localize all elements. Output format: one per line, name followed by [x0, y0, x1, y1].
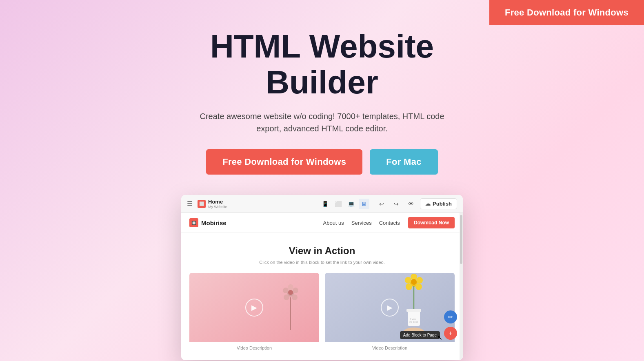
- site-navbar: 🔲 Mobirise About us Services Contacts Do…: [181, 213, 463, 233]
- device-icons: 📱 ⬜ 💻 🖥: [320, 199, 369, 209]
- hero-buttons: Free Download for Windows For Mac: [206, 149, 438, 175]
- svg-point-6: [284, 295, 289, 300]
- svg-point-11: [415, 283, 422, 290]
- page-name-label: Home: [208, 199, 227, 205]
- hero-subtitle: Create awesome website w/o coding! 7000+…: [187, 110, 457, 135]
- svg-point-5: [283, 288, 289, 293]
- publish-button[interactable]: ☁ Publish: [420, 198, 457, 209]
- site-name-label: My Website: [208, 205, 227, 209]
- toolbar-actions: ↩ ↪ 👁 ☁ Publish: [376, 198, 457, 210]
- flower-decoration-1: [274, 277, 307, 330]
- svg-point-13: [406, 283, 412, 290]
- nav-download-button[interactable]: Download Now: [408, 217, 455, 228]
- nav-about[interactable]: About us: [323, 220, 344, 226]
- mac-download-button[interactable]: For Mac: [370, 149, 437, 175]
- svg-rect-17: [406, 309, 421, 312]
- video-desc-1: Video Description: [189, 345, 319, 352]
- page-icon: ⬜: [198, 200, 206, 208]
- nav-links: About us Services Contacts: [323, 220, 400, 226]
- scrollbar-thumb[interactable]: [460, 215, 462, 264]
- svg-point-4: [292, 295, 298, 300]
- top-download-button[interactable]: Free Download for Windows: [489, 0, 644, 25]
- undo-icon[interactable]: ↩: [376, 198, 387, 210]
- windows-download-button[interactable]: Free Download for Windows: [206, 149, 362, 175]
- svg-point-12: [405, 277, 411, 283]
- add-fab-button[interactable]: +: [444, 327, 457, 340]
- play-button-2[interactable]: ▶: [381, 299, 399, 317]
- nav-services[interactable]: Services: [351, 220, 372, 226]
- svg-text:If you: If you: [410, 318, 416, 320]
- play-button-1[interactable]: ▶: [245, 299, 263, 317]
- redo-icon[interactable]: ↪: [391, 198, 402, 210]
- svg-point-3: [293, 288, 298, 293]
- app-toolbar: ☰ ⬜ Home My Website 📱 ⬜ 💻 🖥 ↩ ↪ 👁 ☁: [181, 195, 463, 213]
- svg-point-10: [416, 277, 423, 283]
- svg-text:the best: the best: [409, 321, 418, 323]
- laptop-view-icon[interactable]: 💻: [346, 199, 356, 209]
- video-thumb-1[interactable]: ▶: [189, 273, 319, 342]
- site-logo-icon: 🔲: [189, 218, 198, 227]
- hero-section: HTML Website Builder Create awesome webs…: [0, 0, 644, 361]
- site-logo-name: Mobirise: [201, 219, 227, 226]
- app-mockup: ☰ ⬜ Home My Website 📱 ⬜ 💻 🖥 ↩ ↪ 👁 ☁: [181, 195, 463, 360]
- video-grid: ▶ Video Description: [189, 273, 455, 352]
- desktop-view-icon[interactable]: 🖥: [359, 199, 369, 209]
- publish-label: Publish: [433, 201, 452, 207]
- tablet-view-icon[interactable]: ⬜: [333, 199, 343, 209]
- site-logo: 🔲 Mobirise: [189, 218, 227, 227]
- add-block-tooltip: Add Block to Page: [400, 331, 440, 339]
- section-subtitle: Click on the video in this block to set …: [189, 260, 455, 265]
- cursor-indicator: ↖: [437, 334, 442, 341]
- nav-contacts[interactable]: Contacts: [379, 220, 400, 226]
- mobile-view-icon[interactable]: 📱: [320, 199, 330, 209]
- publish-upload-icon: ☁: [425, 201, 431, 207]
- hero-title: HTML Website Builder: [159, 29, 485, 100]
- section-title: View in Action: [189, 245, 455, 257]
- edit-fab-button[interactable]: ✏: [444, 310, 457, 323]
- scrollbar[interactable]: [460, 213, 463, 360]
- preview-icon[interactable]: 👁: [405, 198, 417, 210]
- video-desc-2: Video Description: [325, 345, 455, 352]
- home-page-item[interactable]: ⬜ Home My Website: [198, 199, 227, 209]
- svg-point-7: [288, 290, 293, 295]
- site-content: View in Action Click on the video in thi…: [181, 233, 463, 360]
- hamburger-icon[interactable]: ☰: [187, 200, 193, 208]
- video-card-2: If you the best ▶ Video Description: [325, 273, 455, 352]
- svg-point-14: [411, 279, 417, 285]
- video-card-1: ▶ Video Description: [189, 273, 319, 352]
- svg-point-2: [288, 284, 293, 290]
